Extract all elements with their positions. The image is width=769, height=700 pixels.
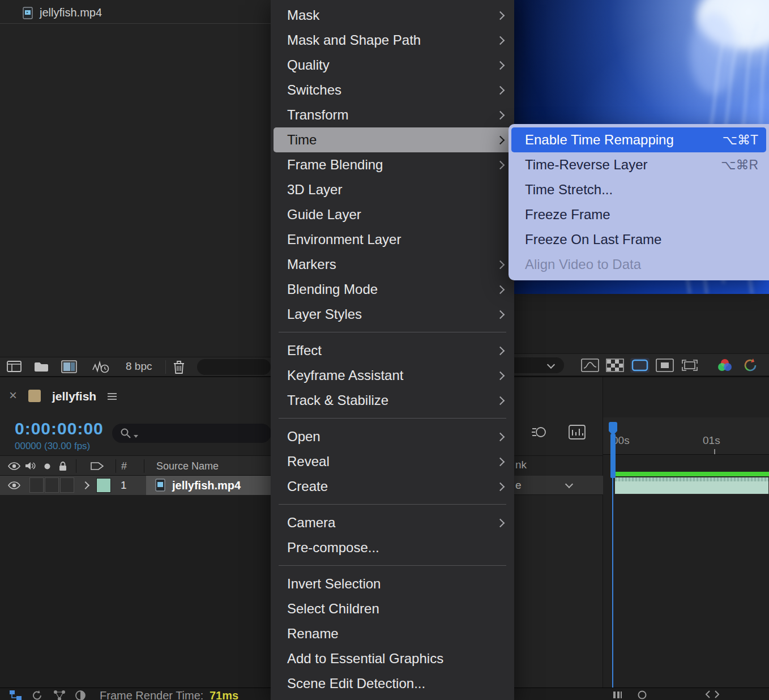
layer-switch-cell[interactable]	[60, 477, 74, 493]
layer-label-swatch[interactable]	[96, 478, 111, 493]
flowchart-icon[interactable]	[9, 690, 23, 700]
submenu-item: Align Video to Data	[511, 252, 766, 277]
folder-icon[interactable]	[34, 361, 49, 372]
graph-editor-icon[interactable]	[580, 358, 600, 373]
submenu-item-label: Freeze Frame	[525, 207, 610, 223]
context-menu-item[interactable]: Camera	[274, 510, 511, 535]
trash-icon[interactable]	[173, 360, 185, 374]
layer-duration-bar[interactable]	[614, 477, 769, 494]
context-menu-item[interactable]: Pre-compose...	[274, 535, 511, 560]
submenu-chevron-icon	[496, 371, 505, 380]
composition-thumb-icon[interactable]	[61, 360, 77, 373]
picture-in-picture-icon[interactable]	[655, 358, 674, 373]
context-menu-item[interactable]: Markers	[274, 252, 511, 277]
context-menu-item[interactable]: Keyframe Assistant	[274, 363, 511, 388]
eye-icon[interactable]	[8, 462, 20, 470]
menu-item-label: Rename	[287, 626, 339, 642]
lock-icon[interactable]	[59, 461, 67, 471]
column-source-name[interactable]: Source Name	[156, 460, 219, 472]
context-menu-item[interactable]: Mask	[274, 3, 511, 28]
context-menu-item[interactable]: Transform	[274, 103, 511, 127]
submenu-item[interactable]: Freeze On Last Frame	[511, 227, 766, 252]
layer-twirl-icon[interactable]	[82, 481, 89, 489]
time-submenu-list: Enable Time Remapping ⌥⌘T Time-Reverse L…	[509, 127, 769, 277]
solo-icon[interactable]	[44, 463, 50, 469]
context-menu-item[interactable]: Time	[274, 127, 511, 152]
project-search-stub[interactable]	[197, 359, 271, 375]
contrast-circle-icon[interactable]	[75, 690, 86, 700]
context-menu-item[interactable]: Effect	[274, 338, 511, 363]
sync-settings-icon[interactable]	[741, 358, 760, 373]
context-menu-item[interactable]: Guide Layer	[274, 202, 511, 227]
menu-item-label: Scene Edit Detection...	[287, 676, 425, 692]
project-item-row[interactable]: jellyfish.mp4	[0, 2, 271, 24]
submenu-chevron-icon	[496, 285, 505, 294]
context-menu-item[interactable]: Scene Edit Detection...	[274, 671, 511, 696]
parent-link-dropdown[interactable]: e	[514, 476, 603, 495]
column-number[interactable]: #	[121, 460, 127, 472]
project-panel: jellyfish.mp4 8 bpc	[0, 0, 271, 376]
context-menu-item[interactable]: Quality	[274, 53, 511, 78]
layer-list-empty-area	[0, 495, 271, 700]
comp-tab-name[interactable]: jellyfish	[52, 390, 96, 403]
context-menu-item[interactable]: Rename	[274, 621, 511, 646]
submenu-item[interactable]: Time Stretch...	[511, 177, 766, 202]
viewer-dropdown[interactable]	[514, 357, 564, 373]
eye-icon[interactable]	[8, 481, 20, 489]
comp-panel-lower	[514, 294, 769, 353]
context-menu-item[interactable]: Blending Mode	[274, 277, 511, 302]
layer-switch-cell[interactable]	[29, 477, 44, 493]
submenu-item[interactable]: Freeze Frame	[511, 202, 766, 227]
timeline-search-input[interactable]	[112, 424, 271, 443]
context-menu-item[interactable]: Frame Blending	[274, 152, 511, 177]
context-menu-item[interactable]: Track & Stabilize	[274, 388, 511, 413]
context-menu-item[interactable]: Create	[274, 474, 511, 499]
layer-bar-texture	[615, 477, 768, 481]
time-ruler[interactable]: 00s 01s	[603, 417, 769, 455]
search-options-caret-icon	[134, 435, 138, 438]
ruler-label-1s: 01s	[703, 434, 720, 447]
context-menu-item[interactable]: Open	[274, 424, 511, 449]
zoom-arrows-icon[interactable]	[706, 690, 719, 698]
context-menu-item[interactable]: Reveal	[274, 449, 511, 474]
menu-item-label: Mask	[287, 7, 319, 23]
layer-bars-icon[interactable]	[613, 690, 623, 699]
submenu-item[interactable]: Enable Time Remapping ⌥⌘T	[511, 127, 766, 152]
bit-depth-button[interactable]: 8 bpc	[126, 360, 152, 373]
circle-toggle-icon[interactable]	[638, 690, 647, 699]
network-icon[interactable]	[53, 690, 66, 700]
layer-name-cell[interactable]: jellyfish.mp4	[146, 476, 271, 495]
playhead-shaft[interactable]	[610, 434, 616, 478]
audio-icon[interactable]	[25, 461, 36, 471]
context-menu-item[interactable]: Add to Essential Graphics	[274, 646, 511, 671]
toolbar-divider	[165, 360, 166, 374]
current-timecode[interactable]: 0:00:00:00	[15, 419, 104, 438]
panel-layout-icon[interactable]	[7, 361, 22, 372]
menu-item-label: Camera	[287, 515, 335, 531]
motion-blur-icon[interactable]	[531, 425, 546, 439]
submenu-chevron-icon	[496, 310, 505, 319]
submenu-item[interactable]: Time-Reverse Layer ⌥⌘R	[511, 152, 766, 177]
mask-visibility-icon[interactable]	[630, 358, 650, 373]
context-menu-item[interactable]: Invert Selection	[274, 571, 511, 596]
label-color-icon[interactable]	[91, 462, 104, 470]
panel-menu-icon[interactable]	[108, 393, 117, 394]
color-management-icon[interactable]	[715, 358, 734, 373]
menu-item-label: Layer Styles	[287, 306, 362, 322]
context-menu-item[interactable]: Switches	[274, 78, 511, 103]
context-menu-item[interactable]: Select Children	[274, 596, 511, 621]
context-menu-item[interactable]: Mask and Shape Path	[274, 28, 511, 53]
audio-levels-icon[interactable]	[92, 360, 109, 373]
layer-switch-cell[interactable]	[45, 477, 59, 493]
context-menu-item[interactable]: Layer Styles	[274, 302, 511, 327]
refresh-icon[interactable]	[32, 690, 43, 700]
frame-blending-icon[interactable]	[569, 425, 586, 439]
region-of-interest-icon[interactable]	[680, 358, 699, 373]
context-menu-item[interactable]: Environment Layer	[274, 227, 511, 252]
transparency-grid-icon[interactable]	[605, 358, 625, 373]
playhead-line[interactable]	[612, 478, 613, 700]
layer-row[interactable]: 1 jellyfish.mp4	[0, 476, 271, 495]
close-icon[interactable]: ×	[9, 387, 17, 403]
context-menu-item[interactable]: 3D Layer	[274, 177, 511, 202]
menu-item-label: Quality	[287, 57, 330, 73]
